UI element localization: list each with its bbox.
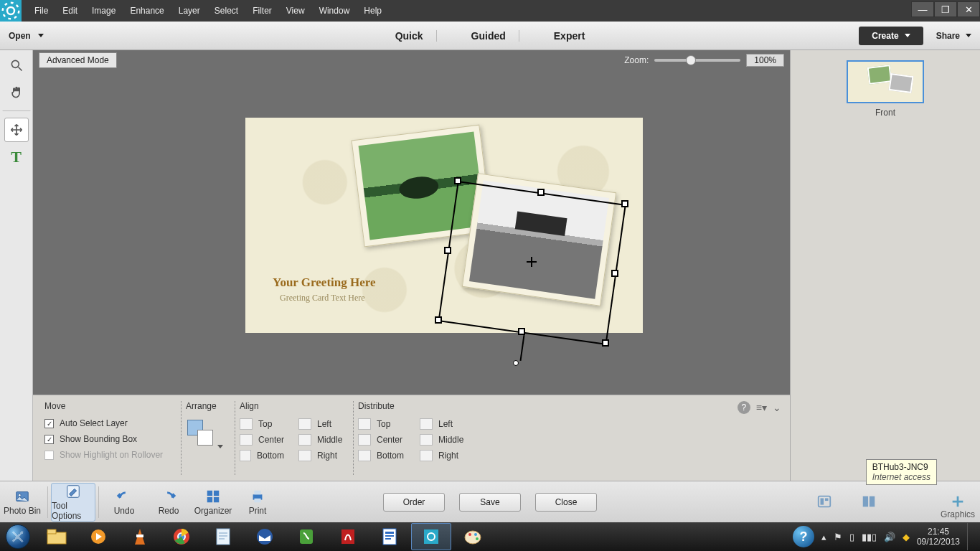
share-button[interactable]: Share <box>936 31 971 41</box>
taskbar-vlc[interactable] <box>120 523 160 550</box>
handle-tm[interactable] <box>537 189 545 196</box>
align-left[interactable]: Left <box>298 418 343 430</box>
zoom-value[interactable]: 100% <box>746 54 784 67</box>
taskbar-mediaplayer[interactable] <box>78 523 118 550</box>
taskbar-notepad[interactable] <box>203 523 243 550</box>
create-button[interactable]: Create <box>859 27 923 45</box>
show-highlight-label: Show Highlight on Rollover <box>60 450 163 460</box>
clock[interactable]: 21:45 09/12/2013 <box>917 527 960 547</box>
distribute-middle[interactable]: Middle <box>420 434 467 446</box>
handle-mr[interactable] <box>611 270 618 277</box>
menu-edit[interactable]: Edit <box>62 6 77 16</box>
svg-rect-39 <box>424 529 438 544</box>
order-button[interactable]: Order <box>383 493 445 512</box>
windows-taskbar: ? ▴ ⚑ ▯ ▮▮▯ 🔊 ◆ 21:45 09/12/2013 <box>0 522 980 551</box>
greeting-title[interactable]: Your Greeting Here <box>273 276 376 290</box>
zoom-tool[interactable] <box>4 53 29 77</box>
zoom-slider[interactable] <box>654 59 740 62</box>
menu-image[interactable]: Image <box>92 6 116 16</box>
sync-icon[interactable]: ◆ <box>903 532 910 542</box>
show-desktop[interactable] <box>967 523 974 550</box>
wifi-icon[interactable]: ▮▮▯ <box>862 532 877 542</box>
minimize-button[interactable]: — <box>911 1 934 17</box>
taskbar-explorer[interactable] <box>37 523 77 550</box>
network-tooltip: BTHub3-JNC9 Internet access <box>866 459 937 485</box>
distribute-left[interactable]: Left <box>420 418 467 430</box>
close-button[interactable]: ✕ <box>957 1 980 17</box>
distribute-center-h[interactable]: Center <box>358 434 405 446</box>
taskbar-pse[interactable] <box>411 523 451 550</box>
rotate-handle[interactable] <box>513 360 519 366</box>
handle-bl[interactable] <box>435 316 442 324</box>
save-button[interactable]: Save <box>459 493 521 512</box>
greeting-card[interactable]: Your Greeting Here Greeting Card Text He… <box>245 118 643 333</box>
close-doc-button[interactable]: Close <box>535 493 597 512</box>
distribute-bottom[interactable]: Bottom <box>358 450 405 461</box>
show-bounding-box-checkbox[interactable]: ✓Show Bounding Box <box>44 434 171 444</box>
show-highlight-checkbox: Show Highlight on Rollover <box>44 450 171 460</box>
handle-tl[interactable] <box>454 177 461 184</box>
menu-select[interactable]: Select <box>215 6 238 16</box>
flag-icon[interactable]: ⚑ <box>834 532 842 542</box>
help-icon[interactable]: ? <box>738 401 750 414</box>
hand-tool[interactable] <box>4 80 29 105</box>
svg-point-41 <box>465 531 481 544</box>
taskbar-thunderbird[interactable] <box>245 523 285 550</box>
tooltip-title: BTHub3-JNC9 <box>872 462 930 472</box>
svg-point-2 <box>11 60 19 67</box>
distribute-top[interactable]: Top <box>358 418 405 430</box>
text-tool[interactable]: T <box>4 145 29 169</box>
move-tool[interactable] <box>4 118 29 142</box>
taskbar-chrome[interactable] <box>161 523 202 550</box>
maximize-button[interactable]: ❐ <box>934 1 957 17</box>
handle-tr[interactable] <box>621 200 628 207</box>
menu-file[interactable]: File <box>34 6 48 16</box>
menu-enhance[interactable]: Enhance <box>130 6 164 16</box>
handle-bm[interactable] <box>518 328 525 335</box>
tab-guided[interactable]: Guided <box>458 30 519 42</box>
page-thumbnail-front[interactable] <box>847 60 924 103</box>
align-top[interactable]: Top <box>240 418 284 430</box>
zoom-slider-thumb[interactable] <box>686 55 696 65</box>
open-button[interactable]: Open <box>9 31 44 41</box>
align-bottom[interactable]: Bottom <box>240 450 284 461</box>
tab-expert[interactable]: Expert <box>541 30 598 42</box>
tray-expand-icon[interactable]: ▴ <box>821 532 826 542</box>
chevron-down-icon <box>966 34 971 37</box>
handle-ml[interactable] <box>444 247 451 254</box>
battery-icon[interactable]: ▯ <box>849 532 854 542</box>
taskbar-evernote[interactable] <box>286 523 326 550</box>
panel-collapse-icon[interactable]: ⌄ <box>773 402 781 413</box>
distribute-right[interactable]: Right <box>420 450 467 461</box>
svg-rect-38 <box>385 538 391 540</box>
menu-view[interactable]: View <box>286 6 305 16</box>
taskbar-acrobat[interactable] <box>328 523 368 550</box>
start-button[interactable] <box>0 522 36 551</box>
greeting-subtitle[interactable]: Greeting Card Text Here <box>280 293 365 303</box>
help-orb-icon[interactable]: ? <box>793 526 814 547</box>
volume-icon[interactable]: 🔊 <box>884 532 895 542</box>
taskbar-writer[interactable] <box>369 523 410 550</box>
menu-window[interactable]: Window <box>319 6 350 16</box>
app-logo-icon <box>0 0 22 22</box>
zoom-control: Zoom: 100% <box>624 54 784 67</box>
canvas-stage[interactable]: Your Greeting Here Greeting Card Text He… <box>33 70 790 395</box>
options-corner: ? ≡▾ ⌄ <box>738 401 781 414</box>
menu-layer[interactable]: Layer <box>179 6 200 16</box>
align-center-h[interactable]: Center <box>240 434 284 446</box>
taskbar-paint[interactable] <box>453 523 493 550</box>
panel-menu-icon[interactable]: ≡▾ <box>756 402 767 413</box>
menu-filter[interactable]: Filter <box>253 6 272 16</box>
page-thumbnail-label: Front <box>875 108 895 118</box>
handle-br[interactable] <box>602 339 609 347</box>
align-middle[interactable]: Middle <box>298 434 343 446</box>
move-section-title: Move <box>44 401 171 411</box>
align-right[interactable]: Right <box>298 450 343 461</box>
tab-quick[interactable]: Quick <box>382 30 437 42</box>
transform-center[interactable] <box>528 258 535 265</box>
arrange-section-title: Arrange <box>186 401 225 411</box>
arrange-button[interactable] <box>186 418 216 448</box>
menu-help[interactable]: Help <box>364 6 382 16</box>
advanced-mode-button[interactable]: Advanced Mode <box>39 52 117 68</box>
auto-select-layer-checkbox[interactable]: ✓Auto Select Layer <box>44 418 171 428</box>
